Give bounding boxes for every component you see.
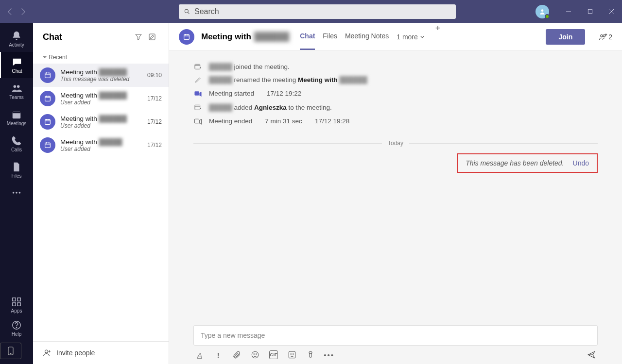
meeting-icon <box>40 137 55 153</box>
rail-apps[interactable]: Apps <box>0 293 33 316</box>
emoji-icon[interactable] <box>251 350 259 359</box>
rail-mobile[interactable] <box>0 343 21 359</box>
participants-button[interactable]: 2 <box>599 33 612 41</box>
chat-list-item[interactable]: Meeting with ██████ This message was del… <box>33 64 169 87</box>
tab-more[interactable]: 1 more <box>397 23 425 50</box>
undo-button[interactable]: Undo <box>573 159 589 167</box>
attachment-icon[interactable] <box>232 350 241 359</box>
svg-rect-50 <box>195 64 200 69</box>
svg-point-65 <box>293 354 294 355</box>
date-separator: Today <box>193 140 598 147</box>
svg-rect-10 <box>13 111 21 113</box>
rail-meetings[interactable]: Meetings <box>0 104 33 131</box>
svg-point-61 <box>254 354 255 355</box>
svg-rect-4 <box>588 9 592 13</box>
nav-back-icon[interactable] <box>8 8 15 15</box>
window-minimize-button[interactable] <box>558 0 579 23</box>
sticker-icon[interactable] <box>288 350 296 359</box>
more-actions-button[interactable]: ••• <box>325 350 333 359</box>
chatlist-title: Chat <box>43 32 132 42</box>
rail-teams[interactable]: Teams <box>0 78 33 104</box>
calendar-add-icon <box>193 103 202 111</box>
chat-icon <box>12 57 22 67</box>
nav-forward-icon[interactable] <box>18 8 25 15</box>
format-button[interactable]: A <box>195 350 204 359</box>
svg-point-21 <box>10 353 11 354</box>
pencil-icon <box>193 76 202 83</box>
chat-header: Meeting with ██████ Chat Files Meeting N… <box>169 23 622 51</box>
gif-button[interactable]: GIF <box>269 350 278 359</box>
mobile-icon <box>8 347 14 355</box>
message-input[interactable]: Type a new message <box>193 325 598 346</box>
rail-activity[interactable]: Activity <box>0 26 33 52</box>
svg-rect-14 <box>13 298 16 300</box>
deleted-message-notice: This message has been deleted. Undo <box>457 153 598 173</box>
window-maximize-button[interactable] <box>579 0 601 23</box>
invite-people-button[interactable]: Invite people <box>33 341 169 364</box>
add-tab-button[interactable]: + <box>432 23 444 50</box>
filter-button[interactable] <box>132 30 145 44</box>
svg-point-2 <box>541 9 544 12</box>
svg-point-19 <box>16 327 17 327</box>
titlebar: Search <box>0 0 622 23</box>
calendar-icon <box>11 109 22 120</box>
svg-point-46 <box>601 34 603 37</box>
svg-rect-15 <box>17 298 20 300</box>
priority-button[interactable]: ! <box>214 350 223 359</box>
help-icon <box>11 320 22 331</box>
window-close-button[interactable] <box>601 0 622 23</box>
meeting-icon <box>40 114 55 130</box>
svg-rect-63 <box>289 351 295 358</box>
join-button[interactable]: Join <box>546 29 585 45</box>
rail-calls[interactable]: Calls <box>0 131 33 157</box>
tab-meeting-notes[interactable]: Meeting Notes <box>345 23 389 50</box>
svg-point-47 <box>603 34 605 37</box>
meeting-now-icon[interactable] <box>306 350 315 359</box>
rail-files[interactable]: Files <box>0 157 33 183</box>
video-off-icon <box>193 117 202 125</box>
chat-main: Meeting with ██████ Chat Files Meeting N… <box>169 23 622 364</box>
calendar-add-icon <box>193 63 202 70</box>
rail-more[interactable] <box>0 183 33 202</box>
svg-point-8 <box>17 85 19 88</box>
rail-help[interactable]: Help <box>0 316 33 340</box>
svg-point-64 <box>291 354 292 355</box>
more-icon <box>11 187 22 198</box>
svg-rect-54 <box>194 91 199 96</box>
rail-chat[interactable]: Chat <box>0 52 33 78</box>
tab-chat[interactable]: Chat <box>300 23 315 50</box>
svg-point-13 <box>19 192 21 194</box>
chat-title: Meeting with ██████ <box>201 32 289 42</box>
video-icon <box>193 89 202 98</box>
svg-point-62 <box>256 354 257 355</box>
svg-rect-17 <box>17 302 20 305</box>
search-icon <box>184 8 190 15</box>
svg-point-0 <box>185 9 188 13</box>
presence-indicator <box>545 14 550 19</box>
new-chat-button[interactable] <box>145 30 159 44</box>
apps-icon <box>11 297 22 307</box>
svg-point-60 <box>252 351 259 358</box>
svg-rect-55 <box>195 105 200 110</box>
chat-list-item[interactable]: Meeting with ██████ User added 17/12 <box>33 110 169 133</box>
svg-rect-35 <box>45 143 51 148</box>
tab-files[interactable]: Files <box>323 23 337 50</box>
phone-icon <box>11 135 22 146</box>
chevron-down-icon <box>420 34 425 39</box>
bell-icon <box>11 31 22 41</box>
svg-rect-42 <box>184 34 190 39</box>
chat-list-item[interactable]: Meeting with █████ User added 17/12 <box>33 133 169 157</box>
send-icon[interactable] <box>587 350 596 359</box>
svg-rect-31 <box>45 119 51 124</box>
search-input[interactable]: Search <box>179 4 456 19</box>
section-recent[interactable]: Recent <box>33 51 169 64</box>
svg-point-11 <box>13 192 15 194</box>
chat-list-item[interactable]: Meeting with ██████ User added 17/12 <box>33 87 169 110</box>
svg-rect-27 <box>45 96 51 101</box>
filter-icon <box>135 33 142 41</box>
svg-rect-23 <box>45 73 51 78</box>
svg-point-39 <box>45 350 48 353</box>
teams-icon <box>11 83 22 94</box>
file-icon <box>11 162 22 172</box>
profile-avatar[interactable] <box>536 5 549 18</box>
